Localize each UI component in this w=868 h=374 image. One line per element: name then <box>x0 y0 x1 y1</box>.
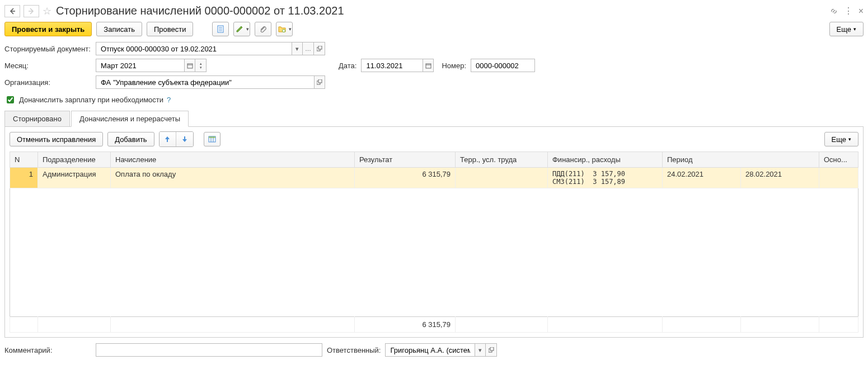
open-icon[interactable] <box>314 75 325 89</box>
svg-rect-18 <box>209 136 215 138</box>
nav-forward-button[interactable] <box>24 5 39 17</box>
org-input[interactable] <box>96 75 314 89</box>
spinner-icon[interactable]: ▴▾ <box>195 59 207 72</box>
number-input[interactable] <box>471 59 535 72</box>
col-n[interactable]: N <box>10 152 38 168</box>
responsible-input[interactable] <box>385 343 475 357</box>
svg-rect-20 <box>490 347 494 351</box>
arrow-up-icon <box>163 135 171 143</box>
table-row[interactable]: 1 Администрация Оплата по окладу 6 315,7… <box>10 168 858 188</box>
col-period[interactable]: Период <box>662 152 819 168</box>
col-terr[interactable]: Терр., усл. труда <box>455 152 547 168</box>
edit-button[interactable]: ▾ <box>233 22 250 36</box>
folder-gear-icon <box>278 25 287 34</box>
svg-point-6 <box>282 30 285 32</box>
totals-row: 6 315,79 <box>10 317 858 333</box>
tab-bar: Сторнировано Доначисления и перерасчеты <box>4 111 864 127</box>
close-icon[interactable]: × <box>858 6 864 16</box>
form-area: Сторнируемый документ: ▾ … Месяц: ▴▾ Дат… <box>4 42 864 105</box>
post-button[interactable]: Провести <box>147 22 194 36</box>
date-label: Дата: <box>339 61 356 70</box>
col-fin[interactable]: Финансир., расходы <box>547 152 662 168</box>
folder-button[interactable]: ▾ <box>276 22 293 36</box>
paperclip-icon <box>259 25 268 34</box>
help-icon[interactable]: ? <box>167 96 171 104</box>
number-label: Номер: <box>442 61 466 70</box>
tab-more-button[interactable]: Еще ▾ <box>824 132 858 146</box>
open-icon[interactable] <box>314 42 325 55</box>
month-input[interactable] <box>96 59 184 72</box>
storn-doc-input[interactable] <box>96 42 292 55</box>
tab-reversed[interactable]: Сторнировано <box>4 111 70 127</box>
date-input[interactable] <box>361 59 423 72</box>
link-icon[interactable] <box>829 7 838 16</box>
arrow-left-icon <box>9 8 16 15</box>
tab-content: Отменить исправления Добавить Еще ▾ <box>4 127 864 338</box>
arrow-right-icon <box>28 8 35 15</box>
cancel-corrections-button[interactable]: Отменить исправления <box>10 132 103 146</box>
dropdown-icon[interactable]: ▾ <box>475 343 486 357</box>
month-label: Месяц: <box>4 61 91 70</box>
calendar-icon[interactable] <box>184 59 195 72</box>
open-icon[interactable] <box>486 343 497 357</box>
main-toolbar: Провести и закрыть Записать Провести ▾ ▾… <box>4 22 864 42</box>
svg-rect-9 <box>187 64 193 68</box>
ellipsis-icon[interactable]: … <box>303 42 314 55</box>
post-and-close-button[interactable]: Провести и закрыть <box>4 22 92 36</box>
add-button[interactable]: Добавить <box>107 132 154 146</box>
col-accrual[interactable]: Начисление <box>111 152 355 168</box>
storn-doc-label: Сторнируемый документ: <box>4 45 91 53</box>
write-button[interactable]: Записать <box>96 22 142 36</box>
report-button[interactable] <box>212 22 229 36</box>
move-down-button[interactable] <box>176 132 193 146</box>
page-title: Сторнирование начислений 0000-000002 от … <box>56 4 344 17</box>
comment-label: Комментарий: <box>4 346 91 354</box>
attach-button[interactable] <box>255 22 271 36</box>
tab-recalcs[interactable]: Доначисления и перерасчеты <box>71 111 189 127</box>
kebab-menu-icon[interactable]: ⋮ <box>844 6 853 16</box>
footer-row: Комментарий: Ответственный: ▾ <box>4 343 864 357</box>
title-bar: ☆ Сторнирование начислений 0000-000002 о… <box>4 4 864 22</box>
col-result[interactable]: Результат <box>354 152 455 168</box>
favorite-star-icon[interactable]: ☆ <box>43 5 51 17</box>
columns-button[interactable] <box>204 132 220 146</box>
arrow-down-icon <box>181 135 189 143</box>
document-icon <box>216 25 225 34</box>
more-button[interactable]: Еще ▾ <box>829 22 864 36</box>
col-dept[interactable]: Подразделение <box>38 152 111 168</box>
calendar-icon[interactable] <box>423 59 434 72</box>
col-basis[interactable]: Осно... <box>819 152 858 168</box>
recalc-grid[interactable]: N Подразделение Начисление Результат Тер… <box>10 152 858 333</box>
svg-rect-11 <box>426 64 431 68</box>
comment-input[interactable] <box>96 343 322 357</box>
recalc-checkbox-label: Доначислить зарплату при необходимости <box>19 96 163 104</box>
svg-rect-14 <box>318 79 322 83</box>
responsible-label: Ответственный: <box>327 346 381 354</box>
table-columns-icon <box>208 135 217 144</box>
nav-back-button[interactable] <box>4 5 20 17</box>
recalc-checkbox[interactable] <box>7 96 14 103</box>
org-label: Организация: <box>4 78 91 87</box>
pencil-icon <box>235 25 244 34</box>
move-up-button[interactable] <box>159 132 176 146</box>
svg-rect-8 <box>318 46 322 49</box>
dropdown-icon[interactable]: ▾ <box>292 42 303 55</box>
